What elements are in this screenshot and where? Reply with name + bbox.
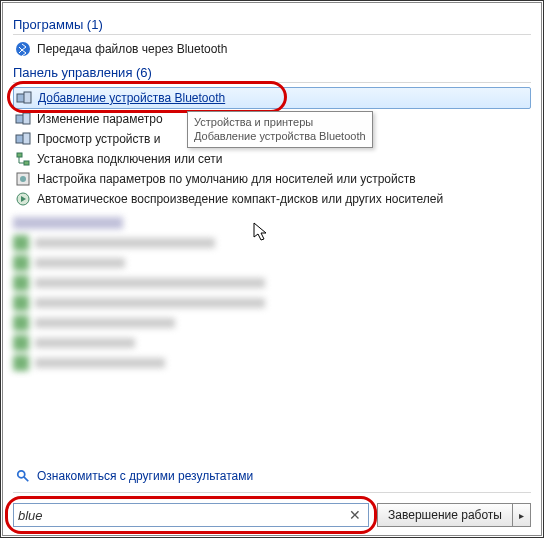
svg-point-10 (20, 176, 26, 182)
devices-icon (15, 131, 31, 147)
result-label: Просмотр устройств и (37, 132, 160, 146)
svg-rect-6 (23, 133, 30, 144)
result-label: Настройка параметров по умолчанию для но… (37, 172, 416, 186)
result-label: Передача файлов через Bluetooth (37, 42, 227, 56)
shutdown-label: Завершение работы (388, 508, 502, 522)
devices-icon (16, 90, 32, 106)
tooltip-line: Устройства и принтеры (194, 115, 366, 129)
svg-point-12 (18, 471, 25, 478)
result-item[interactable]: Установка подключения или сети (13, 149, 531, 169)
devices-icon (15, 111, 31, 127)
network-icon (15, 151, 31, 167)
blurred-results (13, 217, 531, 375)
section-header-control-panel: Панель управления (6) (13, 65, 531, 83)
result-label: Установка подключения или сети (37, 152, 222, 166)
search-box[interactable]: ✕ (13, 503, 369, 527)
bluetooth-icon (15, 41, 31, 57)
svg-rect-8 (24, 161, 29, 165)
settings-icon (15, 171, 31, 187)
result-label: Добавление устройства Bluetooth (38, 91, 225, 105)
tooltip-line: Добавление устройства Bluetooth (194, 129, 366, 143)
see-more-results[interactable]: Ознакомиться с другими результатами (13, 466, 531, 486)
clear-icon[interactable]: ✕ (346, 507, 364, 523)
see-more-label: Ознакомиться с другими результатами (37, 469, 253, 483)
shutdown-menu-arrow[interactable]: ▸ (513, 503, 531, 527)
result-item[interactable]: Автоматическое воспроизведение компакт-д… (13, 189, 531, 209)
autoplay-icon (15, 191, 31, 207)
search-input[interactable] (18, 508, 346, 523)
svg-line-13 (24, 477, 28, 481)
shutdown-button[interactable]: Завершение работы (377, 503, 513, 527)
svg-rect-2 (24, 92, 31, 103)
section-header-programs: Программы (1) (13, 17, 531, 35)
search-icon (15, 468, 31, 484)
svg-rect-7 (17, 153, 22, 157)
result-item[interactable]: Передача файлов через Bluetooth (13, 39, 531, 59)
svg-rect-4 (23, 113, 30, 124)
result-label: Автоматическое воспроизведение компакт-д… (37, 192, 443, 206)
tooltip: Устройства и принтеры Добавление устройс… (187, 111, 373, 148)
result-label: Изменение параметро (37, 112, 163, 126)
result-item-selected[interactable]: Добавление устройства Bluetooth (13, 87, 531, 109)
result-item[interactable]: Настройка параметров по умолчанию для но… (13, 169, 531, 189)
